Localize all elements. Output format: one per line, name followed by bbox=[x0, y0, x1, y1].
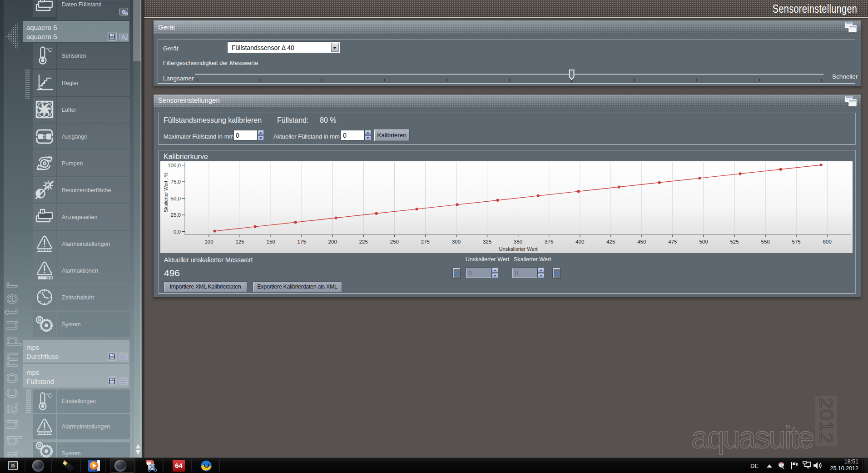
svg-text:75,0: 75,0 bbox=[171, 179, 181, 184]
svg-text:100: 100 bbox=[204, 239, 213, 244]
svg-text:400: 400 bbox=[575, 239, 584, 244]
svg-text:0,0: 0,0 bbox=[174, 229, 181, 234]
svg-text:350: 350 bbox=[514, 239, 522, 244]
svg-text:175: 175 bbox=[298, 239, 306, 244]
svg-text:1: 1 bbox=[41, 209, 44, 214]
svg-text:525: 525 bbox=[730, 239, 739, 244]
svg-text:Skalierter Wert : %: Skalierter Wert : % bbox=[163, 173, 169, 212]
svg-text:°C: °C bbox=[46, 393, 52, 399]
svg-text:125: 125 bbox=[236, 239, 244, 244]
svg-text:°C: °C bbox=[46, 47, 52, 53]
svg-text:475: 475 bbox=[668, 239, 677, 244]
svg-text:450: 450 bbox=[637, 239, 646, 244]
svg-text:50,0: 50,0 bbox=[171, 196, 181, 201]
svg-text:275: 275 bbox=[421, 239, 430, 244]
svg-text:575: 575 bbox=[792, 239, 801, 244]
svg-text:300: 300 bbox=[452, 239, 461, 244]
svg-text:425: 425 bbox=[606, 239, 615, 244]
svg-text:1: 1 bbox=[41, 0, 44, 3]
svg-text:250: 250 bbox=[390, 239, 399, 244]
svg-text:150: 150 bbox=[267, 239, 275, 244]
svg-text:225: 225 bbox=[359, 239, 368, 244]
svg-text:100,0: 100,0 bbox=[168, 163, 181, 168]
svg-text:Unskalierter Wert: Unskalierter Wert bbox=[499, 246, 538, 252]
svg-text:550: 550 bbox=[761, 239, 770, 244]
svg-text:200: 200 bbox=[328, 239, 337, 244]
svg-text:325: 325 bbox=[483, 239, 491, 244]
svg-text:25,0: 25,0 bbox=[171, 212, 181, 218]
svg-text:375: 375 bbox=[545, 239, 553, 244]
svg-text:600: 600 bbox=[823, 239, 832, 244]
svg-text:500: 500 bbox=[699, 239, 708, 244]
